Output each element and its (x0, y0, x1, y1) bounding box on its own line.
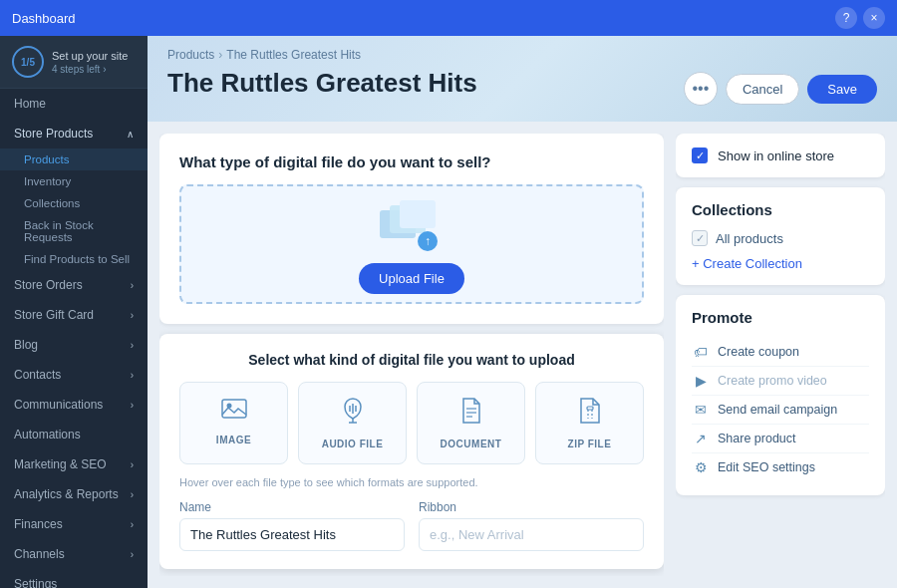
audio-label: AUDIO FILE (322, 439, 384, 449)
upload-zone[interactable]: ↑ Upload File (179, 184, 644, 304)
name-input[interactable] (179, 518, 405, 551)
sidebar-item-store-gift[interactable]: Store Gift Card › (0, 300, 148, 330)
sidebar-item-store-orders[interactable]: Store Orders › (0, 270, 148, 300)
sidebar: 1/5 Set up your site 4 steps left › Home… (0, 36, 148, 588)
sidebar-item-collections[interactable]: Collections (0, 192, 148, 214)
chevron-right-icon: › (131, 400, 134, 411)
setup-title: Set up your site (52, 49, 128, 63)
sidebar-item-back-in-stock[interactable]: Back in Stock Requests (0, 214, 148, 248)
document-label: DOCUMENT (441, 439, 502, 449)
create-collection-link[interactable]: + Create Collection (692, 256, 869, 271)
zip-icon (578, 397, 602, 431)
online-store-card: Show in online store (676, 134, 885, 177)
file-type-zip[interactable]: ZIP FILE (535, 382, 644, 464)
promote-share[interactable]: ↗ Share product (692, 425, 869, 453)
page-title: The Ruttles Greatest Hits (167, 68, 477, 99)
chevron-right-icon: › (131, 280, 134, 291)
coupon-icon: 🏷 (692, 344, 710, 360)
setup-steps: 4 steps left › (52, 64, 128, 75)
svg-rect-5 (222, 400, 246, 418)
name-group: Name (179, 500, 405, 551)
chevron-right-icon: › (131, 310, 134, 321)
svg-rect-2 (400, 200, 436, 228)
content-body: What type of digital file do you want to… (148, 122, 897, 588)
sidebar-item-find-products[interactable]: Find Products to Sell (0, 248, 148, 270)
chevron-right-icon: › (131, 340, 134, 351)
seo-icon: ⚙ (692, 459, 710, 475)
breadcrumb-current: The Ruttles Greatest Hits (226, 48, 361, 62)
online-store-checkbox[interactable] (692, 147, 708, 163)
chevron-right-icon: › (131, 519, 134, 530)
setup-panel[interactable]: 1/5 Set up your site 4 steps left › (0, 36, 148, 89)
sidebar-item-automations[interactable]: Automations (0, 420, 148, 449)
sidebar-item-inventory[interactable]: Inventory (0, 170, 148, 192)
zip-label: ZIP FILE (568, 439, 612, 449)
ribbon-input[interactable] (419, 518, 644, 551)
sidebar-item-analytics[interactable]: Analytics & Reports › (0, 479, 148, 509)
upload-card: What type of digital file do you want to… (159, 134, 664, 324)
email-label: Send email campaign (718, 403, 837, 417)
sidebar-item-contacts[interactable]: Contacts › (0, 360, 148, 390)
ribbon-label: Ribbon (419, 500, 644, 514)
save-button[interactable]: Save (807, 75, 877, 104)
sidebar-item-home[interactable]: Home (0, 89, 148, 119)
sidebar-item-marketing[interactable]: Marketing & SEO › (0, 449, 148, 479)
chevron-up-icon: ∧ (127, 129, 134, 140)
image-icon (220, 397, 248, 427)
chevron-right-icon: › (131, 370, 134, 381)
all-products-row: All products (692, 230, 869, 246)
collections-title: Collections (692, 201, 869, 218)
sidebar-item-finances[interactable]: Finances › (0, 509, 148, 539)
cancel-button[interactable]: Cancel (726, 74, 799, 105)
svg-rect-15 (587, 407, 593, 410)
right-sidebar: Show in online store Collections All pro… (676, 134, 885, 576)
upload-illustration: ↑ (372, 195, 451, 255)
promote-title: Promote (692, 309, 869, 326)
promo-video-label: Create promo video (718, 374, 827, 388)
promote-card: Promote 🏷 Create coupon ▶ Create promo v… (676, 295, 885, 495)
page-header: Products › The Ruttles Greatest Hits The… (148, 36, 897, 122)
online-store-label: Show in online store (718, 148, 834, 163)
close-button[interactable]: × (863, 7, 885, 29)
audio-icon (341, 397, 365, 431)
seo-label: Edit SEO settings (718, 460, 815, 474)
all-products-label: All products (716, 231, 783, 246)
upload-title: What type of digital file do you want to… (179, 153, 644, 170)
all-products-checkbox[interactable] (692, 230, 708, 246)
help-button[interactable]: ? (835, 7, 857, 29)
promote-email[interactable]: ✉ Send email campaign (692, 396, 869, 425)
breadcrumb: Products › The Ruttles Greatest Hits (167, 48, 877, 62)
sidebar-item-products[interactable]: Products (0, 148, 148, 170)
upload-file-button[interactable]: Upload File (359, 263, 464, 294)
name-ribbon-form: Name Ribbon (179, 500, 644, 551)
top-bar: Dashboard ? × (0, 0, 897, 36)
more-actions-button[interactable]: ••• (684, 72, 718, 106)
breadcrumb-parent[interactable]: Products (167, 48, 214, 62)
share-label: Share product (718, 432, 796, 445)
top-bar-actions: ? × (835, 7, 885, 29)
chevron-right-icon: › (131, 549, 134, 560)
chevron-right-icon: › (131, 459, 134, 470)
file-type-document[interactable]: DOCUMENT (417, 382, 525, 464)
online-store-row: Show in online store (692, 147, 869, 163)
sidebar-item-store-products[interactable]: Store Products ∧ (0, 119, 148, 148)
promote-seo[interactable]: ⚙ Edit SEO settings (692, 453, 869, 481)
file-type-image[interactable]: IMAGE (179, 382, 288, 464)
video-icon: ▶ (692, 373, 710, 389)
share-icon: ↗ (692, 431, 710, 446)
image-label: IMAGE (216, 435, 251, 445)
sidebar-item-channels[interactable]: Channels › (0, 539, 148, 569)
sidebar-item-settings[interactable]: Settings (0, 569, 148, 588)
sidebar-item-communications[interactable]: Communications › (0, 390, 148, 420)
app-title: Dashboard (12, 11, 76, 26)
sidebar-item-blog[interactable]: Blog › (0, 330, 148, 360)
promote-coupon[interactable]: 🏷 Create coupon (692, 338, 869, 367)
ribbon-group: Ribbon (419, 500, 644, 551)
file-type-audio[interactable]: AUDIO FILE (298, 382, 407, 464)
email-icon: ✉ (692, 402, 710, 418)
sidebar-nav: Home Store Products ∧ Products Inventory… (0, 89, 148, 588)
promote-promo-video[interactable]: ▶ Create promo video (692, 367, 869, 396)
breadcrumb-separator: › (218, 48, 222, 62)
file-type-section: Select what kind of digital file you wan… (159, 334, 664, 569)
main-panel: What type of digital file do you want to… (159, 134, 664, 576)
